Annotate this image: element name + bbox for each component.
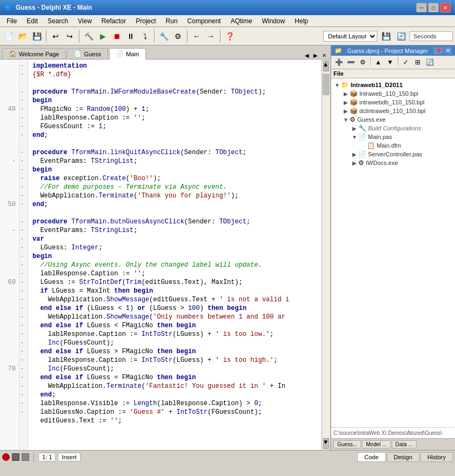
pm-down-button[interactable]: ▼: [385, 57, 396, 68]
tab-design[interactable]: Design: [387, 452, 419, 462]
menu-help[interactable]: Help: [290, 16, 312, 26]
tab-welcome-page[interactable]: 🏠 Welcome Page: [2, 48, 66, 59]
config-icon: 🔧: [358, 124, 366, 132]
menu-project[interactable]: Project: [131, 16, 160, 26]
redo-button[interactable]: ↪: [63, 30, 76, 43]
expand-build-config[interactable]: ▶: [351, 125, 358, 131]
pm-tab-model[interactable]: Model ...: [362, 440, 390, 448]
tree-item-bpl1[interactable]: ▶ 📦 Intraweb_110_150.bpl: [333, 89, 453, 98]
expand-main-pas[interactable]: ▼: [351, 134, 358, 140]
pm-options-button[interactable]: ⚙: [357, 57, 368, 68]
pm-refresh-button[interactable]: 🔄: [424, 57, 435, 68]
back-button[interactable]: ←: [190, 30, 203, 43]
close-button[interactable]: ✕: [440, 3, 451, 12]
pm-file-header: File: [331, 69, 455, 78]
tab-history[interactable]: History: [420, 452, 453, 462]
tab-controls: ◀ ▶ ✕: [303, 52, 328, 59]
toolbar-sep-1: [46, 30, 46, 43]
menu-edit[interactable]: Edit: [22, 16, 42, 26]
scroll-up[interactable]: ▲: [323, 61, 329, 71]
pause-button[interactable]: ⏸: [124, 30, 137, 43]
expand-iwdocs[interactable]: ▶: [351, 160, 358, 166]
pm-remove-button[interactable]: ➖: [345, 57, 356, 68]
expand-main-dfm[interactable]: [359, 143, 367, 149]
open-button[interactable]: 📂: [16, 30, 29, 43]
layout-save-button[interactable]: 💾: [379, 30, 392, 43]
maximize-button[interactable]: □: [428, 3, 439, 12]
menu-window[interactable]: Window: [258, 16, 290, 26]
pause-indicator: [22, 453, 29, 461]
forward-button[interactable]: →: [204, 30, 217, 43]
pm-add-button[interactable]: ➕: [333, 57, 344, 68]
pas-icon: 📄: [358, 133, 366, 141]
tree-item-bpl2[interactable]: ▶ 📦 intrawebdb_110_150.bpl: [333, 98, 453, 107]
menu-view[interactable]: View: [73, 16, 96, 26]
tree-item-build-config[interactable]: ▶ 🔧 Build Configurations: [333, 124, 453, 133]
scroll-thumb[interactable]: [323, 74, 330, 95]
seconds-label: Seconds: [410, 31, 453, 41]
new-button[interactable]: 📄: [2, 30, 15, 43]
pm-grid-button[interactable]: ⊞: [412, 57, 423, 68]
code-area[interactable]: implementation {$R *.dfm} procedure Tfor…: [28, 60, 322, 450]
scroll-track[interactable]: [322, 72, 330, 437]
toggle-button[interactable]: 🔧: [157, 30, 170, 43]
editor-tab-bar: 🏠 Welcome Page 📄 Guess 📄 Main ◀ ▶ ✕: [0, 45, 330, 60]
tree-root[interactable]: ▼ 📁 Intraweb11_D2011: [333, 81, 453, 89]
expand-exe[interactable]: ▼: [342, 117, 350, 123]
title-bar-left: 🔷 Guess - Delphi XE - Main: [4, 4, 92, 11]
pm-activate-button[interactable]: ✓: [400, 57, 411, 68]
menu-file[interactable]: File: [2, 16, 21, 26]
tab-scroll-left[interactable]: ◀: [303, 52, 311, 59]
title-bar-controls: ─ □ ✕: [416, 3, 451, 12]
undo-button[interactable]: ↩: [49, 30, 62, 43]
save-button[interactable]: 💾: [30, 30, 43, 43]
vertical-scrollbar[interactable]: ▲ ▼: [322, 60, 330, 450]
build-button[interactable]: 🔨: [82, 30, 95, 43]
bpl3-icon: 📦: [350, 107, 358, 115]
pm-tab-data[interactable]: Data ...: [392, 440, 417, 448]
step-over-button[interactable]: ⤵: [138, 30, 151, 43]
menu-component[interactable]: Component: [183, 16, 225, 26]
status-bar: 1: 1 Insert Code Design History: [0, 450, 455, 463]
tree-item-bpl3[interactable]: ▶ 📦 dclintraweb_110_150.bpl: [333, 107, 453, 115]
run-button[interactable]: ▶: [96, 30, 109, 43]
pm-toolbar: ➕ ➖ ⚙ ▲ ▼ ✓ ⊞ 🔄: [331, 56, 455, 69]
pm-pin-button[interactable]: 📌: [433, 47, 443, 54]
pm-close-button[interactable]: ✕: [444, 47, 452, 54]
tree-expand-root[interactable]: ▼: [333, 82, 341, 88]
layout-reset-button[interactable]: 🔄: [394, 30, 407, 43]
minimize-button[interactable]: ─: [416, 3, 427, 12]
pm-bottom-path: C:\source\IntraWeb XI Demos\Atozed\Guess…: [331, 427, 455, 438]
scroll-down[interactable]: ▼: [323, 438, 329, 449]
tab-guess[interactable]: 📄 Guess: [67, 48, 108, 59]
pm-tab-guess[interactable]: Guess...: [333, 440, 361, 448]
menu-run[interactable]: Run: [162, 16, 182, 26]
bottom-tabs: Code Design History: [356, 452, 453, 462]
toolbar-sep-5: [220, 30, 220, 43]
tab-close[interactable]: ✕: [320, 52, 328, 59]
options-button[interactable]: ⚙: [171, 30, 184, 43]
tab-code[interactable]: Code: [357, 452, 385, 462]
expand-server-ctrl[interactable]: ▶: [351, 151, 358, 157]
tab-scroll-right[interactable]: ▶: [312, 52, 319, 59]
expand-bpl3[interactable]: ▶: [342, 108, 350, 114]
welcome-icon: 🏠: [9, 50, 17, 57]
tab-main[interactable]: 📄 Main: [109, 48, 146, 60]
main-area: 🏠 Welcome Page 📄 Guess 📄 Main ◀ ▶ ✕ 40: [0, 45, 455, 450]
menu-aqtime[interactable]: AQtime: [226, 16, 257, 26]
pm-up-button[interactable]: ▲: [373, 57, 384, 68]
expand-bpl1[interactable]: ▶: [342, 91, 350, 97]
tree-item-main-dfm[interactable]: 📋 Main.dfm: [333, 141, 453, 150]
menu-refactor[interactable]: Refactor: [97, 16, 130, 26]
help-button[interactable]: ❓: [223, 30, 236, 43]
menu-search[interactable]: Search: [43, 16, 72, 26]
tree-item-iwdocs[interactable]: ▶ ⚙ IWDocs.exe: [333, 158, 453, 167]
expand-bpl2[interactable]: ▶: [342, 100, 350, 105]
layout-selector[interactable]: Default Layout: [323, 31, 377, 42]
tree-item-exe[interactable]: ▼ ⚙ Guess.exe: [333, 115, 453, 124]
tree-item-server-ctrl[interactable]: ▶ 📄 ServerController.pas: [333, 150, 453, 158]
pm-icon: 📁: [334, 47, 342, 54]
stop-button[interactable]: ⏹: [110, 30, 123, 43]
tree-item-main-pas[interactable]: ▼ 📄 Main.pas: [333, 133, 453, 141]
toolbar-right: Default Layout 💾 🔄 Seconds: [323, 30, 453, 43]
